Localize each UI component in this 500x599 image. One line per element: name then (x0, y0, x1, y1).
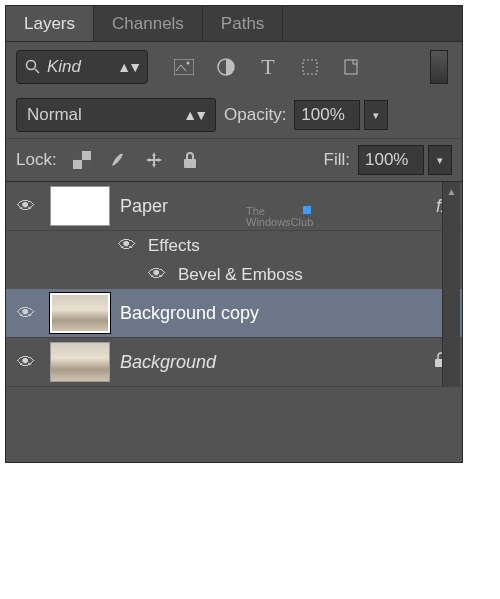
effects-row[interactable]: 👁 Effects (6, 231, 462, 260)
visibility-icon[interactable]: 👁 (12, 196, 40, 217)
scrollbar[interactable]: ▲ (442, 182, 460, 387)
svg-point-0 (27, 61, 36, 70)
filter-type-icons: T (172, 55, 364, 79)
effects-label: Effects (148, 236, 200, 256)
panel-tabbar: Layers Channels Paths (6, 6, 462, 42)
layer-thumbnail[interactable] (50, 342, 110, 382)
layers-panel: Layers Channels Paths Kind ▲▼ T Normal ▲… (5, 5, 463, 463)
layer-background-copy[interactable]: 👁 Background copy (6, 289, 462, 338)
blend-mode-value: Normal (27, 105, 82, 125)
svg-rect-9 (82, 160, 91, 169)
visibility-icon[interactable]: 👁 (12, 352, 40, 373)
visibility-icon[interactable]: 👁 (12, 303, 40, 324)
effect-bevel-row[interactable]: 👁 Bevel & Emboss (6, 260, 462, 289)
tab-channels[interactable]: Channels (94, 6, 203, 41)
fill-label: Fill: (324, 150, 350, 170)
blend-row: Normal ▲▼ Opacity: 100% ▾ (6, 92, 462, 138)
scroll-up-icon[interactable]: ▲ (443, 182, 460, 200)
filter-kind-select[interactable]: Kind ▲▼ (16, 50, 148, 84)
opacity-input[interactable]: 100% (294, 100, 360, 130)
visibility-icon[interactable]: 👁 (116, 235, 138, 256)
visibility-icon[interactable]: 👁 (146, 264, 168, 285)
svg-point-3 (187, 62, 190, 65)
tab-paths[interactable]: Paths (203, 6, 283, 41)
adjustment-filter-icon[interactable] (214, 55, 238, 79)
layer-name[interactable]: Paper (120, 196, 168, 217)
svg-line-1 (35, 69, 39, 73)
svg-rect-2 (174, 59, 194, 75)
shape-filter-icon[interactable] (298, 55, 322, 79)
layer-thumbnail[interactable] (50, 186, 110, 226)
effect-bevel-label: Bevel & Emboss (178, 265, 303, 285)
opacity-dropdown[interactable]: ▾ (364, 100, 388, 130)
blend-mode-select[interactable]: Normal ▲▼ (16, 98, 216, 132)
type-filter-icon[interactable]: T (256, 55, 280, 79)
fill-input[interactable]: 100% (358, 145, 424, 175)
filter-kind-label: Kind (47, 57, 81, 77)
layer-name[interactable]: Background copy (120, 303, 259, 324)
fill-dropdown[interactable]: ▾ (428, 145, 452, 175)
svg-rect-10 (184, 159, 196, 168)
svg-rect-6 (345, 60, 357, 74)
updown-icon: ▲▼ (183, 107, 205, 123)
lock-all-icon[interactable] (179, 149, 201, 171)
svg-rect-8 (73, 151, 82, 160)
layer-name[interactable]: Background (120, 352, 216, 373)
color-swatch[interactable] (430, 50, 448, 84)
svg-rect-5 (303, 60, 317, 74)
opacity-label: Opacity: (224, 105, 286, 125)
filter-row: Kind ▲▼ T (6, 42, 462, 92)
search-icon (25, 59, 41, 75)
layer-paper[interactable]: 👁 Paper fx (6, 182, 462, 231)
layer-background[interactable]: 👁 Background (6, 338, 462, 387)
pixel-filter-icon[interactable] (172, 55, 196, 79)
tab-layers[interactable]: Layers (6, 6, 94, 41)
updown-icon: ▲▼ (117, 59, 139, 75)
lock-pixels-icon[interactable] (107, 149, 129, 171)
layer-thumbnail[interactable] (50, 293, 110, 333)
lock-transparency-icon[interactable] (71, 149, 93, 171)
lock-label: Lock: (16, 150, 57, 170)
layers-list: ▲ 👁 Paper fx 👁 Effects 👁 Bevel & Emboss … (6, 182, 462, 387)
lock-row: Lock: Fill: 100% ▾ (6, 138, 462, 182)
lock-position-icon[interactable] (143, 149, 165, 171)
smartobject-filter-icon[interactable] (340, 55, 364, 79)
